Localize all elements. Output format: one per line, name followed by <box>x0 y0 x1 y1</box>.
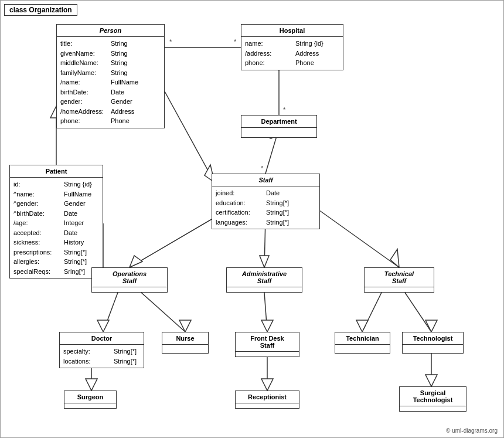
hospital-attrs: name:String {id} /address:Address phone:… <box>241 37 343 70</box>
svg-line-29 <box>362 293 382 332</box>
staff-attrs: joined:Date education:String[*] certific… <box>212 186 319 229</box>
technologist-class: Technologist <box>402 332 464 354</box>
surgical-technologist-title: SurgicalTechnologist <box>400 387 466 406</box>
department-title: Department <box>241 116 316 128</box>
svg-marker-32 <box>425 320 437 332</box>
svg-line-17 <box>130 218 214 267</box>
svg-marker-30 <box>356 320 368 332</box>
svg-line-25 <box>141 293 185 332</box>
front-desk-class: Front DeskStaff <box>235 332 299 357</box>
patient-attrs: id:String {id} ^name:FullName ^gender:Ge… <box>10 178 103 278</box>
surgeon-class: Surgeon <box>64 391 117 409</box>
svg-marker-24 <box>97 320 109 332</box>
nurse-title: Nurse <box>162 332 208 345</box>
svg-line-21 <box>317 209 399 267</box>
svg-text:*: * <box>234 38 237 45</box>
svg-text:*: * <box>283 106 286 113</box>
receptionist-title: Receptionist <box>236 391 299 403</box>
staff-class: Staff joined:Date education:String[*] ce… <box>212 174 320 229</box>
technical-staff-class: TechnicalStaff <box>364 267 434 293</box>
doctor-attrs: specialty:String[*] locations:String[*] <box>60 345 144 368</box>
nurse-class: Nurse <box>162 332 209 354</box>
patient-title: Patient <box>10 165 103 178</box>
svg-line-31 <box>405 293 431 332</box>
svg-marker-18 <box>130 256 142 267</box>
technologist-title: Technologist <box>403 332 463 345</box>
technical-staff-title: TechnicalStaff <box>365 268 434 287</box>
svg-marker-36 <box>261 379 273 391</box>
admin-staff-title: AdministrativeStaff <box>227 268 302 287</box>
svg-line-23 <box>103 293 118 332</box>
admin-staff-class: AdministrativeStaff <box>226 267 302 293</box>
svg-text:*: * <box>169 38 172 45</box>
department-class: Department <box>241 115 317 138</box>
doctor-class: Doctor specialty:String[*] locations:Str… <box>59 332 144 368</box>
svg-line-27 <box>264 293 267 332</box>
person-title: Person <box>57 25 164 37</box>
copyright: © uml-diagrams.org <box>446 427 498 434</box>
hospital-title: Hospital <box>241 25 343 37</box>
surgeon-title: Surgeon <box>64 391 116 403</box>
operations-staff-class: OperationsStaff <box>91 267 168 293</box>
svg-marker-34 <box>86 379 97 391</box>
department-attrs <box>241 128 316 137</box>
svg-marker-26 <box>179 320 191 332</box>
svg-line-12 <box>165 91 214 182</box>
patient-class: Patient id:String {id} ^name:FullName ^g… <box>9 165 103 279</box>
surgical-technologist-class: SurgicalTechnologist <box>399 386 466 412</box>
staff-title: Staff <box>212 174 319 186</box>
svg-marker-20 <box>260 256 269 267</box>
person-attrs: title:String givenName:String middleName… <box>57 37 164 128</box>
technician-title: Technician <box>335 332 390 345</box>
hospital-class: Hospital name:String {id} /address:Addre… <box>241 24 343 70</box>
person-class: Person title:String givenName:String mid… <box>56 24 165 128</box>
uml-diagram: class Organization * * 1 * 1 * * * <box>0 0 504 438</box>
svg-text:*: * <box>261 165 264 172</box>
technician-class: Technician <box>335 332 390 354</box>
diagram-title: class Organization <box>4 4 77 16</box>
front-desk-title: Front DeskStaff <box>236 332 299 352</box>
doctor-title: Doctor <box>60 332 144 345</box>
svg-marker-38 <box>425 375 437 386</box>
operations-staff-title: OperationsStaff <box>92 268 167 287</box>
svg-marker-22 <box>390 249 399 267</box>
receptionist-class: Receptionist <box>235 391 299 409</box>
svg-marker-28 <box>261 320 273 332</box>
